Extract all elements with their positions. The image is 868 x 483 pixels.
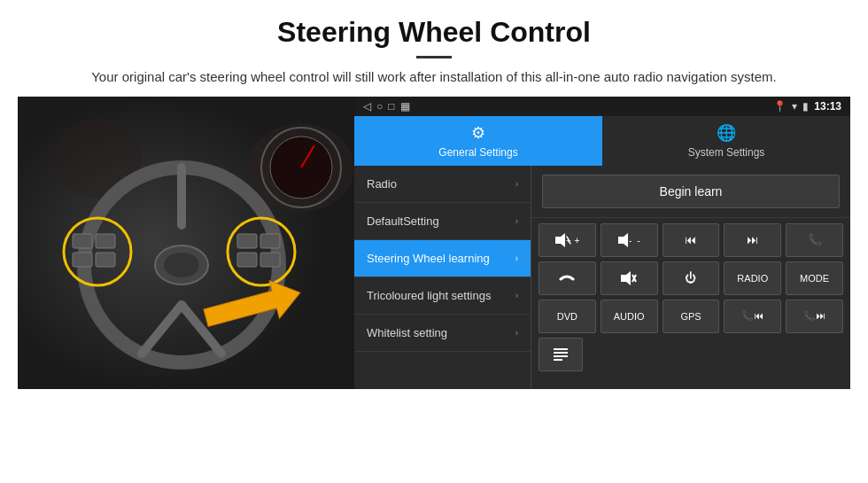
system-settings-icon: 🌐 [717, 123, 736, 143]
head-unit: ◁ ○ □ ▦ 📍 ▾ ▮ 13:13 ⚙ General Settings 🌐… [354, 97, 850, 389]
control-row-1: + + - - ⏮ ⏭ 📞 [539, 223, 843, 257]
menu-item-steering-label: Steering Wheel learning [367, 252, 490, 265]
menu-arrow-whitelist: › [515, 328, 518, 338]
svg-rect-35 [554, 359, 562, 361]
svg-marker-29 [621, 271, 631, 285]
menu-arrow-radio: › [515, 179, 518, 189]
tab-system[interactable]: 🌐 System Settings [602, 116, 850, 166]
svg-marker-23 [555, 233, 565, 247]
mute-button[interactable] [601, 261, 658, 295]
menu-arrow-steering: › [515, 253, 518, 263]
control-grid: + + - - ⏮ ⏭ 📞 [531, 218, 850, 381]
svg-rect-20 [237, 253, 257, 267]
menu-item-tricoloured[interactable]: Tricoloured light settings › [354, 277, 531, 315]
gps-button[interactable]: GPS [663, 300, 720, 333]
phone-next-button[interactable]: 📞⏭ [786, 300, 843, 333]
svg-rect-32 [554, 348, 568, 350]
settings-content: Radio › DefaultSetting › Steering Wheel … [354, 166, 850, 389]
menu-item-default[interactable]: DefaultSetting › [354, 203, 531, 240]
page-title: Steering Wheel Control [53, 16, 815, 49]
settings-menu: Radio › DefaultSetting › Steering Wheel … [354, 166, 531, 389]
svg-rect-19 [260, 234, 280, 248]
menu-item-tricoloured-label: Tricoloured light settings [367, 289, 491, 302]
vol-down-button[interactable]: - - [601, 223, 658, 257]
power-button[interactable]: ⏻ [663, 261, 720, 295]
menu-item-radio[interactable]: Radio › [354, 166, 531, 203]
status-time: 13:13 [814, 100, 841, 113]
menu-item-radio-label: Radio [367, 177, 397, 191]
steering-wheel-image [18, 97, 354, 389]
svg-rect-14 [96, 234, 115, 248]
svg-rect-21 [260, 253, 280, 267]
menu-item-default-label: DefaultSetting [367, 214, 439, 228]
svg-rect-34 [554, 355, 568, 357]
page-header: Steering Wheel Control Your original car… [0, 0, 868, 97]
back-icon[interactable]: ◁ [363, 100, 371, 113]
menu-arrow-default: › [515, 216, 518, 226]
next-track-button[interactable]: ⏭ [724, 223, 781, 257]
menu-arrow-tricoloured: › [515, 291, 518, 300]
nav-icons: ◁ ○ □ ▦ [363, 100, 410, 113]
location-icon: 📍 [773, 100, 787, 113]
tab-bar: ⚙ General Settings 🌐 System Settings [354, 116, 850, 166]
menu-icon-btn[interactable] [539, 338, 583, 371]
svg-text:-: - [629, 236, 632, 245]
control-row-3: DVD AUDIO GPS 📞⏮ 📞⏭ [539, 300, 843, 333]
vol-down-label: - [637, 235, 640, 245]
tab-system-label: System Settings [688, 146, 765, 159]
audio-button[interactable]: AUDIO [601, 300, 658, 333]
phone-hang-button[interactable] [539, 261, 596, 295]
phone-answer-button[interactable]: 📞 [786, 223, 843, 257]
menu-item-whitelist-label: Whitelist setting [367, 326, 447, 339]
prev-track-button[interactable]: ⏮ [663, 223, 720, 257]
phone-prev-button[interactable]: 📞⏮ [724, 300, 781, 333]
tab-general-label: General Settings [438, 146, 517, 159]
svg-rect-13 [73, 234, 92, 248]
tab-general[interactable]: ⚙ General Settings [354, 116, 602, 166]
control-row-4 [539, 338, 843, 371]
radio-button[interactable]: RADIO [724, 261, 781, 295]
menu-item-steering[interactable]: Steering Wheel learning › [354, 240, 531, 277]
status-bar: ◁ ○ □ ▦ 📍 ▾ ▮ 13:13 [354, 97, 850, 116]
svg-marker-27 [618, 233, 628, 247]
vol-up-label: + [574, 235, 579, 245]
general-settings-icon: ⚙ [471, 123, 485, 143]
status-right: 📍 ▾ ▮ 13:13 [773, 100, 841, 113]
main-content: ◁ ○ □ ▦ 📍 ▾ ▮ 13:13 ⚙ General Settings 🌐… [0, 97, 868, 389]
battery-icon: ▮ [802, 100, 809, 113]
svg-text:+: + [566, 236, 571, 245]
svg-rect-15 [73, 253, 92, 267]
begin-learn-button[interactable]: Begin learn [542, 175, 840, 208]
page-subtitle: Your original car's steering wheel contr… [53, 67, 815, 88]
svg-point-11 [164, 253, 199, 277]
dvd-button[interactable]: DVD [539, 300, 596, 333]
home-icon[interactable]: ○ [376, 100, 383, 113]
menu-icon[interactable]: ▦ [400, 100, 410, 113]
vol-up-button[interactable]: + + [539, 223, 596, 257]
wifi-icon: ▾ [792, 100, 797, 113]
menu-item-whitelist[interactable]: Whitelist setting › [354, 315, 531, 352]
begin-learn-row: Begin learn [531, 166, 850, 218]
mode-button[interactable]: MODE [786, 261, 843, 295]
square-icon[interactable]: □ [388, 100, 394, 113]
settings-panel: Begin learn + + - - ⏮ [531, 166, 850, 389]
title-divider [416, 56, 452, 58]
svg-rect-16 [96, 253, 115, 267]
svg-rect-33 [554, 352, 568, 354]
control-row-2: ⏻ RADIO MODE [539, 261, 843, 295]
svg-rect-18 [237, 234, 257, 248]
